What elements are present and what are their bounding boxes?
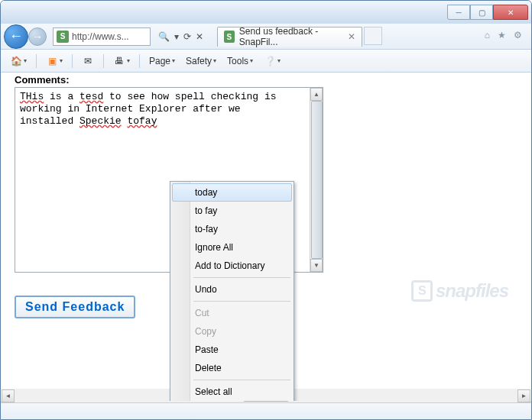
watermark: S snapfiles bbox=[411, 280, 508, 302]
site-favicon: S bbox=[57, 31, 69, 43]
minimize-button[interactable]: ─ bbox=[447, 5, 470, 20]
navbar: ← → S http://www.s... 🔍 ▾ ⟳ ✕ S Send us … bbox=[1, 24, 531, 50]
misspelled-word[interactable]: THis bbox=[20, 91, 44, 102]
page-menu[interactable]: Page▾ bbox=[146, 54, 178, 68]
command-bar: 🏠▾ ▣▾ ✉ 🖶▾ Page▾ Safety▾ Tools▾ ❔▾ bbox=[1, 50, 531, 73]
separator bbox=[103, 54, 104, 68]
tab-title: Send us feedback - SnapFil... bbox=[239, 26, 343, 47]
context-menu: todayto fayto-fayIgnore AllAdd to Dictio… bbox=[170, 181, 294, 401]
watermark-icon: S bbox=[411, 280, 433, 302]
tab-close-icon[interactable]: ✕ bbox=[348, 31, 355, 42]
menu-separator bbox=[193, 301, 290, 302]
scroll-down-button[interactable]: ▼ bbox=[310, 259, 323, 272]
back-button[interactable]: ← bbox=[4, 24, 28, 49]
menu-item: Cut bbox=[172, 304, 292, 322]
menu-separator bbox=[193, 277, 290, 278]
home-icon[interactable]: ⌂ bbox=[485, 30, 490, 40]
forward-button[interactable]: → bbox=[28, 27, 47, 46]
menu-item[interactable]: Select all bbox=[172, 383, 292, 401]
tab-strip: S Send us feedback - SnapFil... ✕ bbox=[217, 27, 382, 47]
maximize-button[interactable]: ▢ bbox=[470, 5, 493, 20]
menu-item[interactable]: Delete bbox=[172, 359, 292, 377]
comments-label: Comments: bbox=[15, 74, 517, 86]
stop-icon[interactable]: ✕ bbox=[196, 31, 203, 42]
search-icon[interactable]: 🔍 bbox=[158, 31, 170, 42]
titlebar: ─ ▢ ✕ bbox=[1, 1, 531, 24]
misspelled-word[interactable]: tesd bbox=[79, 91, 103, 102]
tools-menu[interactable]: Tools▾ bbox=[224, 54, 256, 68]
scroll-thumb[interactable] bbox=[311, 101, 323, 259]
menu-separator bbox=[193, 380, 290, 380]
address-bar[interactable]: S http://www.s... bbox=[53, 27, 151, 46]
search-dropdown[interactable]: ▾ bbox=[174, 31, 179, 42]
chrome-icons: ⌂ ★ ⚙ bbox=[485, 30, 522, 40]
refresh-icon[interactable]: ⟳ bbox=[183, 31, 191, 42]
scroll-left-button[interactable]: ◄ bbox=[2, 389, 15, 402]
menu-item: Copy bbox=[172, 322, 292, 341]
menu-item[interactable]: Add to Dictionary bbox=[172, 257, 292, 275]
browser-window: ─ ▢ ✕ ← → S http://www.s... 🔍 ▾ ⟳ ✕ S Se… bbox=[0, 0, 532, 420]
print-button[interactable]: 🖶▾ bbox=[110, 53, 133, 69]
menu-item[interactable]: Ignore All bbox=[172, 238, 292, 257]
help-button[interactable]: ❔▾ bbox=[261, 53, 284, 69]
send-feedback-button[interactable]: Send Feedback bbox=[15, 296, 135, 318]
close-button[interactable]: ✕ bbox=[493, 5, 528, 20]
url-text: http://www.s... bbox=[72, 31, 129, 42]
browser-tab[interactable]: S Send us feedback - SnapFil... ✕ bbox=[217, 27, 362, 47]
menu-item[interactable]: to fay bbox=[172, 202, 292, 220]
menu-item[interactable]: today bbox=[172, 183, 292, 202]
mail-button[interactable]: ✉ bbox=[79, 53, 97, 69]
menu-item[interactable]: Undo bbox=[172, 280, 292, 299]
vertical-scrollbar[interactable]: ▲ ▼ bbox=[310, 88, 323, 272]
favorites-icon[interactable]: ★ bbox=[498, 30, 506, 40]
misspelled-word[interactable]: tofay bbox=[127, 115, 157, 127]
page-content: Comments: THis is a tesd to see how spel… bbox=[1, 73, 531, 401]
scroll-up-button[interactable]: ▲ bbox=[310, 88, 323, 101]
status-bar bbox=[1, 402, 531, 419]
tools-gear-icon[interactable]: ⚙ bbox=[514, 30, 522, 40]
feeds-button[interactable]: ▣▾ bbox=[43, 53, 66, 69]
separator bbox=[72, 54, 73, 68]
tab-favicon: S bbox=[224, 31, 235, 43]
menu-item[interactable]: Paste bbox=[172, 341, 292, 359]
safety-menu[interactable]: Safety▾ bbox=[183, 54, 219, 68]
nav-controls: 🔍 ▾ ⟳ ✕ bbox=[152, 31, 209, 42]
new-tab-button[interactable] bbox=[364, 27, 382, 45]
separator bbox=[36, 54, 37, 68]
separator bbox=[139, 54, 140, 68]
misspelled-word[interactable]: Speckie bbox=[79, 115, 122, 127]
scroll-right-button[interactable]: ► bbox=[517, 389, 530, 402]
home-button[interactable]: 🏠▾ bbox=[7, 53, 30, 69]
menu-item[interactable]: to-fay bbox=[172, 220, 292, 238]
window-controls: ─ ▢ ✕ bbox=[447, 5, 528, 20]
